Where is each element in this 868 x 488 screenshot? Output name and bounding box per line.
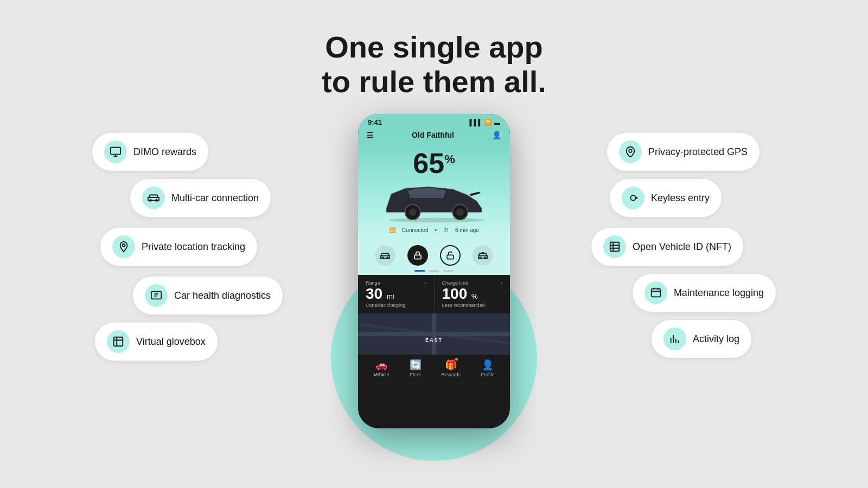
- charge-stat: Charge limit › 100 % Less recommended: [435, 275, 510, 313]
- charge-chevron: ›: [501, 280, 502, 286]
- pill-nft: Open Vehicle ID (NFT): [591, 228, 743, 266]
- charge-sub: Less recommended: [442, 303, 503, 308]
- tabs-row: [358, 270, 510, 275]
- wifi-icon: 🛜: [484, 119, 492, 126]
- status-time: 9:41: [368, 118, 382, 126]
- profile-nav-label: Profile: [481, 372, 495, 377]
- location-label: Private location tracking: [142, 241, 245, 253]
- keyless-label: Keyless entry: [651, 192, 710, 204]
- main-headline: One single app to rule them all.: [0, 30, 868, 100]
- svg-point-12: [456, 208, 464, 216]
- pill-diagnostics: Car health diagnostics: [133, 277, 283, 314]
- range-value: 30 mi: [366, 286, 426, 303]
- tab-inactive-1: [429, 270, 439, 272]
- nav-profile[interactable]: 👤 Profile: [481, 359, 495, 377]
- phone-screen: 9:41 ▌▌▌ 🛜 ▬ ☰ Old Faithful 👤 65%: [358, 114, 510, 428]
- multicar-icon: [142, 187, 165, 209]
- pill-dimo-rewards: DIMO rewards: [92, 133, 208, 171]
- range-stat: Range › 30 mi Consider charging: [358, 275, 435, 313]
- maintenance-label: Maintenance logging: [674, 287, 764, 299]
- keyless-icon: [622, 187, 644, 209]
- nav-vehicle[interactable]: 🚗 Vehicle: [373, 359, 389, 377]
- vehicle-nav-label: Vehicle: [373, 372, 389, 377]
- activity-label: Activity log: [693, 333, 739, 345]
- app-header: ☰ Old Faithful 👤: [358, 129, 510, 144]
- car-image: [377, 179, 491, 223]
- vehicle-nav-icon: 🚗: [375, 359, 387, 371]
- fleet-nav-label: Fleet: [410, 372, 420, 377]
- svg-rect-0: [111, 147, 120, 155]
- profile-nav-icon: 👤: [482, 359, 494, 371]
- battery-icon: ▬: [494, 119, 500, 126]
- pill-gps: Privacy-protected GPS: [607, 133, 760, 171]
- svg-rect-16: [414, 255, 421, 259]
- ctrl-lock-open[interactable]: [440, 245, 461, 266]
- fleet-nav-icon: 🔄: [410, 359, 422, 371]
- svg-rect-7: [610, 242, 620, 252]
- rewards-nav-icon: 🎁: [445, 359, 457, 370]
- rewards-nav-label: Rewards: [441, 372, 461, 377]
- headline-line2: to rule them all.: [322, 65, 546, 99]
- svg-text:EAST: EAST: [425, 337, 443, 343]
- svg-point-10: [409, 208, 417, 216]
- wifi-small-icon: 📶: [389, 227, 395, 233]
- rewards-badge: [455, 358, 458, 361]
- headline-line1: One single app: [325, 30, 542, 64]
- clock-icon: ⏱: [443, 227, 449, 233]
- multicar-label: Multi-car connection: [171, 192, 259, 204]
- gps-icon: [619, 140, 642, 163]
- ctrl-car-icon[interactable]: [375, 245, 395, 266]
- svg-rect-8: [652, 289, 661, 297]
- dot-separator: •: [435, 227, 437, 233]
- charge-value: 100 %: [442, 286, 503, 303]
- pill-keyless: Keyless entry: [610, 179, 722, 217]
- phone-mockup: 9:41 ▌▌▌ 🛜 ▬ ☰ Old Faithful 👤 65%: [358, 114, 510, 428]
- connected-text: Connected: [402, 227, 428, 233]
- svg-point-13: [389, 218, 484, 223]
- control-row: [358, 241, 510, 270]
- pill-activity: Activity log: [652, 320, 751, 358]
- ctrl-lock-closed[interactable]: [407, 245, 428, 266]
- signal-icon: ▌▌▌: [470, 119, 482, 126]
- svg-rect-17: [447, 255, 454, 259]
- car-name: Old Faithful: [374, 131, 492, 139]
- glovebox-label: Virtual glovebox: [136, 336, 206, 348]
- battery-percentage: 65%: [413, 149, 455, 177]
- range-chevron: ›: [425, 280, 426, 286]
- svg-rect-5: [114, 337, 123, 346]
- tab-inactive-2: [443, 270, 454, 272]
- glovebox-icon: [107, 330, 130, 353]
- pill-location: Private location tracking: [100, 228, 257, 266]
- svg-rect-4: [151, 292, 161, 299]
- car-area: 65%: [358, 144, 510, 241]
- pill-glovebox: Virtual glovebox: [95, 323, 218, 361]
- status-icons: ▌▌▌ 🛜 ▬: [470, 119, 500, 126]
- nav-rewards[interactable]: 🎁 Rewards: [441, 359, 461, 377]
- map-area: EAST 📍 Location: [358, 313, 510, 355]
- menu-icon: ☰: [367, 131, 374, 139]
- nft-label: Open Vehicle ID (NFT): [633, 241, 731, 253]
- activity-icon: [663, 328, 686, 350]
- svg-point-3: [123, 244, 125, 247]
- svg-point-6: [629, 149, 632, 152]
- nav-fleet[interactable]: 🔄 Fleet: [410, 359, 422, 377]
- tab-active: [414, 270, 425, 272]
- time-ago: 6 min ago: [455, 227, 479, 233]
- status-bar: 9:41 ▌▌▌ 🛜 ▬: [358, 114, 510, 129]
- pill-multi-car: Multi-car connection: [130, 179, 271, 217]
- maintenance-icon: [644, 281, 667, 304]
- stats-area: Range › 30 mi Consider charging Charge l…: [358, 275, 510, 313]
- diagnostics-label: Car health diagnostics: [174, 290, 271, 301]
- pill-maintenance: Maintenance logging: [633, 274, 776, 312]
- gps-label: Privacy-protected GPS: [648, 146, 748, 158]
- connection-status: 📶 Connected • ⏱ 6 min ago: [389, 227, 479, 233]
- profile-icon: 👤: [492, 131, 501, 139]
- location-icon: [112, 235, 135, 258]
- bottom-nav: 🚗 Vehicle 🔄 Fleet 🎁 Rewards 👤 Profile: [358, 355, 510, 384]
- ctrl-more[interactable]: [473, 245, 493, 266]
- range-sub: Consider charging: [366, 303, 426, 308]
- dimo-icon: [104, 140, 127, 163]
- diagnostics-icon: [145, 284, 168, 307]
- nft-icon: [603, 235, 626, 258]
- dimo-label: DIMO rewards: [133, 146, 196, 158]
